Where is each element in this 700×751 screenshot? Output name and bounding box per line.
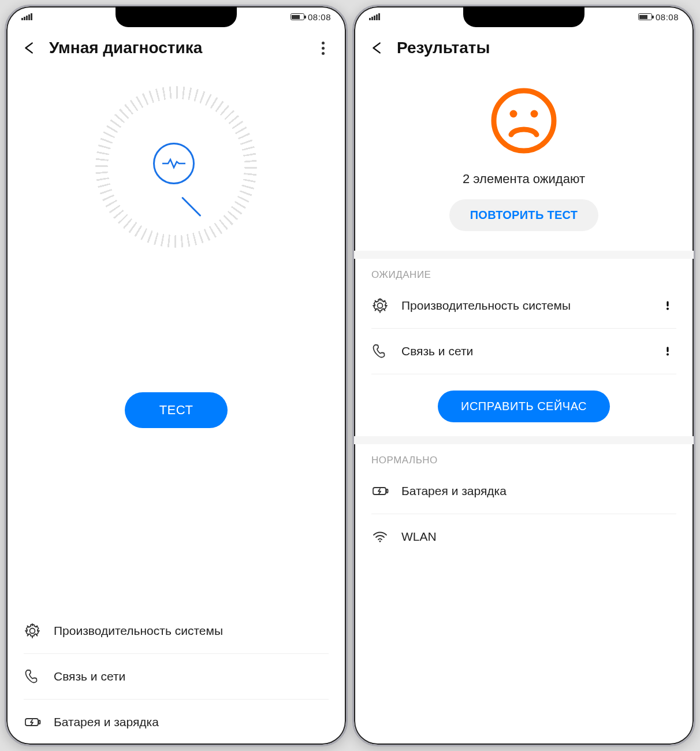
battery-charge-icon bbox=[24, 713, 41, 731]
overflow-menu-button[interactable] bbox=[315, 42, 331, 55]
notch bbox=[463, 6, 584, 27]
category-row-performance[interactable]: Производительность системы bbox=[24, 608, 329, 654]
normal-row-wlan[interactable]: WLAN bbox=[371, 514, 676, 559]
pending-section-title: ОЖИДАНИЕ bbox=[371, 259, 676, 283]
back-button[interactable] bbox=[369, 40, 385, 56]
app-header: Результаты bbox=[354, 27, 694, 63]
phone-icon bbox=[371, 343, 389, 360]
battery-icon bbox=[291, 13, 304, 20]
pending-label: Производительность системы bbox=[401, 299, 646, 313]
fix-now-button[interactable]: ИСПРАВИТЬ СЕЙЧАС bbox=[438, 391, 610, 422]
svg-point-9 bbox=[510, 110, 517, 118]
phone-icon bbox=[24, 668, 41, 685]
category-label: Связь и сети bbox=[54, 670, 329, 683]
warning-icon bbox=[659, 297, 676, 314]
pending-section: ОЖИДАНИЕ Производительность системы Связ… bbox=[354, 259, 694, 436]
svg-point-10 bbox=[531, 110, 538, 118]
pending-row-connectivity[interactable]: Связь и сети bbox=[371, 329, 676, 374]
gear-icon bbox=[24, 622, 41, 640]
back-button[interactable] bbox=[21, 40, 38, 56]
category-list: Производительность системы Связь и сети … bbox=[6, 608, 346, 745]
normal-row-battery[interactable]: Батарея и зарядка bbox=[371, 469, 676, 514]
category-label: Батарея и зарядка bbox=[54, 715, 329, 729]
magnifier-pulse-icon bbox=[153, 143, 195, 184]
category-row-connectivity[interactable]: Связь и сети bbox=[24, 654, 329, 700]
status-time: 08:08 bbox=[308, 12, 331, 22]
gear-icon bbox=[371, 297, 389, 314]
app-header: Умная диагностика bbox=[6, 27, 346, 63]
warning-icon bbox=[659, 343, 676, 360]
sad-face-icon bbox=[489, 86, 558, 155]
result-hero: 2 элемента ожидают ПОВТОРИТЬ ТЕСТ bbox=[354, 63, 694, 251]
section-separator bbox=[354, 251, 694, 259]
svg-point-8 bbox=[494, 91, 554, 151]
category-row-battery[interactable]: Батарея и зарядка bbox=[24, 700, 329, 745]
retry-test-button[interactable]: ПОВТОРИТЬ ТЕСТ bbox=[449, 199, 599, 231]
battery-charge-icon bbox=[371, 482, 389, 500]
notch bbox=[116, 6, 237, 27]
scan-dial bbox=[95, 86, 257, 248]
check-icon bbox=[659, 482, 676, 500]
battery-icon bbox=[638, 13, 652, 20]
status-time: 08:08 bbox=[656, 12, 679, 22]
normal-section-title: НОРМАЛЬНО bbox=[371, 444, 676, 469]
phone-left: 08:08 Умная диагностика ТЕСТ bbox=[5, 5, 348, 746]
wifi-icon bbox=[371, 528, 389, 545]
test-button[interactable]: ТЕСТ bbox=[125, 392, 228, 428]
result-summary: 2 элемента ожидают bbox=[463, 172, 585, 187]
pending-label: Связь и сети bbox=[401, 344, 646, 358]
category-label: Производительность системы bbox=[54, 624, 329, 638]
page-title: Результаты bbox=[397, 39, 679, 57]
section-separator bbox=[354, 436, 694, 444]
page-title: Умная диагностика bbox=[49, 39, 303, 57]
normal-section: НОРМАЛЬНО Батарея и зарядка WLAN bbox=[354, 444, 694, 559]
diagnostic-hero: ТЕСТ bbox=[6, 63, 346, 428]
normal-label: WLAN bbox=[401, 530, 646, 544]
pending-row-performance[interactable]: Производительность системы bbox=[371, 283, 676, 329]
check-icon bbox=[659, 528, 676, 545]
phone-right: 08:08 Результаты 2 элемента ожидают ПОВТ… bbox=[352, 5, 695, 746]
normal-label: Батарея и зарядка bbox=[401, 484, 646, 498]
signal-icon bbox=[21, 13, 32, 20]
signal-icon bbox=[369, 13, 380, 20]
